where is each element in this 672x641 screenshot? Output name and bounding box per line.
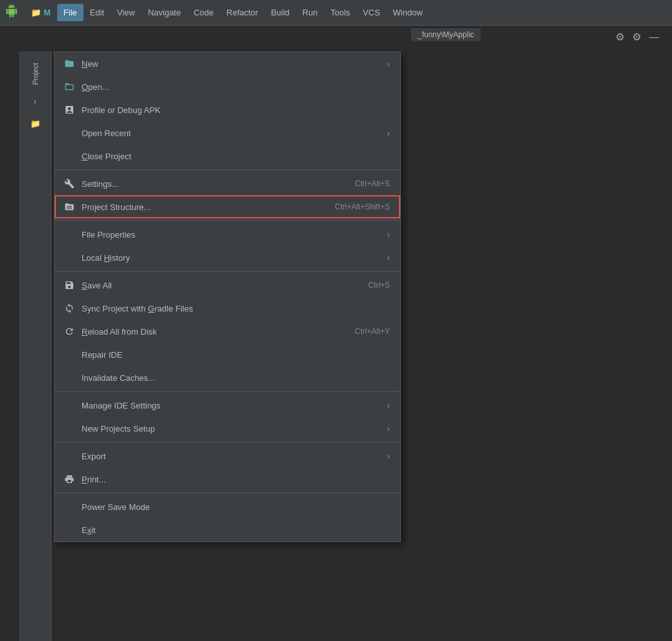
menu-item-icon-file-properties [62, 227, 76, 241]
menu-item-icon-power-save-mode [62, 500, 76, 514]
menu-item-new-projects-setup[interactable]: New Projects Setup› [55, 417, 400, 440]
menu-item-open-recent[interactable]: Open Recent› [55, 121, 400, 145]
menu-item-icon-local-history [62, 250, 76, 265]
menu-item-settings[interactable]: Settings...Ctrl+Alt+S [55, 172, 400, 195]
menu-item-label-reload-disk: Reload All from Disk [82, 327, 342, 337]
menubar-item-code[interactable]: Code [187, 4, 220, 21]
menu-item-icon-exit [62, 523, 76, 537]
underline-char: C [82, 152, 87, 161]
menu-item-sync-gradle[interactable]: Sync Project with Gradle Files [55, 297, 400, 320]
menu-item-arrow-local-history: › [387, 252, 390, 263]
menu-item-export[interactable]: Export› [55, 444, 400, 468]
underline-char: R [82, 327, 87, 337]
toolbar-filter-icon[interactable]: ⚙ [615, 31, 624, 43]
menu-item-icon-sync-gradle [62, 301, 76, 315]
menu-item-icon-export [62, 449, 76, 463]
menu-item-label-exit: Exit [82, 525, 390, 535]
menu-item-shortcut-settings: Ctrl+Alt+S [355, 179, 390, 188]
menu-item-label-open: Open... [82, 82, 390, 92]
toolbar-minimize-icon[interactable]: — [649, 31, 659, 43]
ide-body: Project › 📁 ⚙ ⚙ — _funny\MyApplic New›Op… [0, 26, 672, 641]
menubar-item-run[interactable]: Run [296, 4, 324, 21]
menu-item-label-open-recent: Open Recent [82, 128, 382, 138]
menu-item-icon-manage-ide-settings [62, 398, 76, 412]
underline-char: O [82, 82, 88, 92]
menu-separator-before-manage-ide-settings [55, 391, 400, 392]
menu-item-shortcut-save-all: Ctrl+S [368, 281, 390, 290]
menu-item-label-local-history: Local History [82, 253, 382, 263]
menu-item-local-history[interactable]: Local History› [55, 246, 400, 269]
sidebar-chevron[interactable]: › [33, 96, 36, 106]
menu-item-icon-close-project [62, 149, 76, 163]
menu-item-icon-open [62, 80, 76, 94]
menu-item-label-file-properties: File Properties [82, 230, 382, 240]
menu-item-file-properties[interactable]: File Properties› [55, 223, 400, 246]
underline-char: P [82, 475, 87, 484]
menu-separator-before-power-save-mode [55, 493, 400, 493]
underline-char: N [82, 59, 87, 69]
menu-item-icon-new-projects-setup [62, 421, 76, 435]
android-icon [5, 4, 18, 21]
menubar-item-tools[interactable]: Tools [324, 4, 356, 21]
menu-separator-before-settings [55, 170, 400, 170]
menu-item-shortcut-project-structure: Ctrl+Alt+Shift+S [335, 202, 390, 211]
menu-item-project-structure[interactable]: Project Structure...Ctrl+Alt+Shift+S [55, 195, 400, 218]
menu-item-repair-ide[interactable]: Repair IDE [55, 343, 400, 366]
menu-item-label-print: Print... [82, 475, 390, 484]
menu-item-label-export: Export [82, 452, 382, 461]
menu-item-label-sync-gradle: Sync Project with Gradle Files [82, 304, 390, 313]
underline-char: G [148, 304, 154, 313]
file-dropdown-menu: New›Open...Profile or Debug APKOpen Rece… [54, 51, 401, 542]
menu-item-profile-debug[interactable]: Profile or Debug APK [55, 98, 400, 121]
menu-item-close-project[interactable]: Close Project [55, 145, 400, 168]
menu-item-print[interactable]: Print... [55, 468, 400, 491]
menu-item-label-save-all: Save All [82, 281, 355, 290]
menu-item-power-save-mode[interactable]: Power Save Mode [55, 495, 400, 518]
menu-separator-before-save-all [55, 271, 400, 272]
menu-item-label-manage-ide-settings: Manage IDE Settings [82, 401, 382, 410]
menubar-item-window[interactable]: Window [387, 4, 429, 21]
menu-item-icon-reload-disk [62, 324, 76, 338]
menu-item-icon-settings [62, 177, 76, 191]
menu-item-icon-new [62, 57, 76, 71]
menu-item-invalidate-caches[interactable]: Invalidate Caches... [55, 366, 400, 389]
menubar-item-edit[interactable]: Edit [84, 4, 111, 21]
toolbar-settings-icon[interactable]: ⚙ [632, 31, 641, 43]
menubar-items: FileEditViewNavigateCodeRefactorBuildRun… [57, 4, 429, 21]
menu-item-icon-profile-debug [62, 103, 76, 117]
menu-item-save-all[interactable]: Save AllCtrl+S [55, 274, 400, 297]
menu-item-arrow-new-projects-setup: › [387, 423, 390, 434]
path-bar: _funny\MyApplic [411, 28, 481, 41]
menu-item-icon-project-structure [62, 200, 76, 214]
menu-item-arrow-open-recent: › [387, 128, 390, 138]
menu-item-manage-ide-settings[interactable]: Manage IDE Settings› [55, 394, 400, 417]
menu-item-label-new-projects-setup: New Projects Setup [82, 424, 382, 434]
menu-item-new[interactable]: New› [55, 52, 400, 75]
menu-item-arrow-export: › [387, 451, 390, 461]
underline-char: S [82, 281, 87, 290]
menubar-project-icon[interactable]: 📁 M [24, 4, 57, 21]
project-tab[interactable]: Project [29, 58, 42, 90]
menu-item-shortcut-reload-disk: Ctrl+Alt+Y [355, 327, 390, 336]
menu-item-exit[interactable]: Exit [55, 518, 400, 541]
menubar-item-view[interactable]: View [111, 4, 141, 21]
menu-item-label-project-structure: Project Structure... [82, 202, 322, 212]
menu-item-label-power-save-mode: Power Save Mode [82, 502, 390, 512]
menubar-item-refactor[interactable]: Refactor [220, 4, 265, 21]
menu-item-icon-repair-ide [62, 347, 76, 362]
menu-separator-before-export [55, 442, 400, 443]
menubar-item-navigate[interactable]: Navigate [141, 4, 187, 21]
menubar-item-vcs[interactable]: VCS [357, 4, 387, 21]
menu-item-icon-save-all [62, 278, 76, 292]
toolbar-right: ⚙ ⚙ — [615, 31, 659, 43]
sidebar-folder-icon[interactable]: 📁 [30, 119, 40, 128]
menu-item-arrow-new: › [387, 58, 390, 69]
menu-item-label-invalidate-caches: Invalidate Caches... [82, 373, 390, 383]
menu-item-reload-disk[interactable]: Reload All from DiskCtrl+Alt+Y [55, 320, 400, 343]
menubar-item-build[interactable]: Build [265, 4, 296, 21]
menu-item-open[interactable]: Open... [55, 75, 400, 98]
menubar-item-file[interactable]: File [57, 4, 84, 21]
menu-item-icon-print [62, 472, 76, 486]
menu-item-label-profile-debug: Profile or Debug APK [82, 105, 390, 115]
menu-item-arrow-manage-ide-settings: › [387, 400, 390, 410]
